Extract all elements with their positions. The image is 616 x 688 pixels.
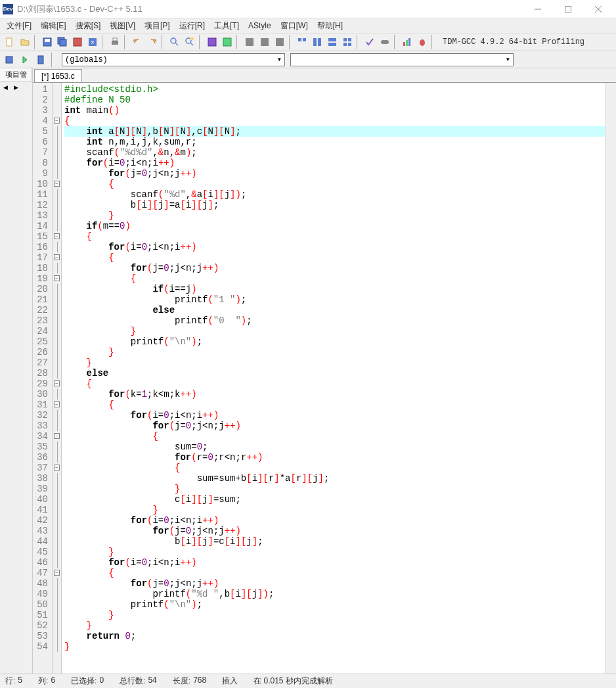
code-line[interactable]: for(i=0;i<n;i++) — [64, 410, 605, 421]
menu-item[interactable]: 帮助[H] — [313, 19, 347, 33]
code-line[interactable]: else — [64, 368, 605, 378]
grid2-icon[interactable] — [310, 35, 324, 49]
file-tab[interactable]: [*] 1653.c — [34, 69, 82, 82]
code-line[interactable]: { — [64, 378, 605, 389]
code-line[interactable]: printf("1 "); — [64, 294, 605, 305]
undo-icon[interactable] — [130, 35, 144, 49]
fold-column[interactable]: −−−−−−−−−− — [53, 83, 62, 674]
close-file-icon[interactable]: × — [85, 35, 100, 49]
code-editor[interactable]: 1234567891011121314151617181920212223242… — [33, 83, 616, 674]
save-as-icon[interactable] — [70, 35, 85, 49]
code-line[interactable]: { — [64, 568, 605, 578]
menu-item[interactable]: 视图[V] — [106, 19, 139, 33]
save-icon[interactable] — [40, 35, 55, 49]
menu-item[interactable]: 工具[T] — [210, 19, 243, 33]
code-line[interactable]: for(j=0;j<n;j++) — [64, 526, 605, 536]
fold-toggle-icon[interactable]: − — [54, 401, 60, 407]
check-icon[interactable] — [363, 35, 377, 49]
code-line[interactable]: for(i=0;i<n;i++) — [64, 158, 605, 168]
redo-icon[interactable] — [145, 35, 160, 49]
code-line[interactable]: { — [64, 231, 605, 242]
symbols-combo[interactable]: ▾ — [290, 53, 514, 66]
forward-icon[interactable] — [18, 53, 33, 67]
code-line[interactable]: printf("\n"); — [64, 336, 605, 347]
code-line[interactable]: } — [64, 347, 605, 357]
compile-run-icon[interactable] — [242, 35, 257, 49]
code-line[interactable]: printf("%d ",b[i][j]); — [64, 589, 605, 599]
code-line[interactable]: { — [64, 463, 605, 473]
open-file-icon[interactable] — [18, 35, 32, 49]
code-line[interactable]: int n,m,i,j,k,sum,r; — [64, 137, 605, 147]
minimize-button[interactable] — [523, 0, 553, 18]
code-line[interactable]: b[i][j]=a[i][j]; — [64, 200, 605, 210]
replace-icon[interactable] — [183, 35, 197, 49]
grid4-icon[interactable] — [340, 35, 355, 49]
code-line[interactable]: scanf("%d",&a[i][j]); — [64, 189, 605, 200]
code-line[interactable]: } — [64, 620, 605, 631]
bookmark-icon[interactable] — [34, 53, 49, 67]
toggle-icon[interactable] — [378, 35, 392, 49]
back-icon[interactable] — [3, 53, 17, 67]
code-line[interactable]: for(i=0;i<n;i++) — [64, 515, 605, 526]
chart-icon[interactable] — [400, 35, 414, 49]
menu-item[interactable]: 文件[F] — [3, 19, 35, 33]
code-line[interactable]: if(m==0) — [64, 221, 605, 231]
close-button[interactable] — [583, 0, 613, 18]
save-all-icon[interactable] — [55, 35, 70, 49]
code-line[interactable]: { — [64, 400, 605, 410]
vertical-scrollbar[interactable] — [605, 83, 616, 674]
code-line[interactable]: sum=0; — [64, 442, 605, 452]
grid1-icon[interactable] — [295, 35, 309, 49]
print-icon[interactable] — [108, 35, 122, 49]
code-line[interactable]: b[i][j]=c[i][j]; — [64, 536, 605, 547]
code-line[interactable]: for(j=0;j<n;j++) — [64, 263, 605, 273]
code-line[interactable]: for(j=0;j<n;j++) — [64, 168, 605, 179]
debug-icon[interactable] — [273, 35, 287, 49]
code-line[interactable]: for(i=0;i<n;i++) — [64, 242, 605, 252]
code-line[interactable]: for(j=0;j<n;j++) — [64, 578, 605, 589]
code-line[interactable]: } — [64, 326, 605, 336]
maximize-button[interactable] — [553, 0, 583, 18]
rebuild-icon[interactable] — [257, 35, 272, 49]
fold-toggle-icon[interactable]: − — [54, 233, 60, 239]
new-file-icon[interactable] — [3, 35, 17, 49]
fold-toggle-icon[interactable]: − — [54, 181, 60, 187]
fold-toggle-icon[interactable]: − — [54, 433, 60, 439]
fold-toggle-icon[interactable]: − — [54, 275, 60, 281]
code-line[interactable]: } — [64, 547, 605, 557]
code-line[interactable]: scanf("%d%d",&n,&m); — [64, 147, 605, 158]
fold-toggle-icon[interactable]: − — [54, 380, 60, 386]
code-line[interactable]: return 0; — [64, 631, 605, 641]
code-line[interactable]: else — [64, 305, 605, 315]
code-line[interactable]: } — [64, 484, 605, 494]
code-line[interactable]: { — [64, 252, 605, 263]
sidebar-nav-right-icon[interactable]: ▶ — [11, 81, 21, 93]
code-line[interactable]: } — [64, 610, 605, 620]
code-line[interactable]: printf("0 "); — [64, 315, 605, 326]
grid3-icon[interactable] — [325, 35, 340, 49]
code-line[interactable]: if(i==j) — [64, 284, 605, 294]
sidebar-tab-project[interactable]: 项目管 — [0, 68, 32, 81]
code-line[interactable]: { — [64, 116, 605, 126]
code-line[interactable]: #include<stdio.h> — [64, 84, 605, 95]
code-line[interactable]: } — [64, 210, 605, 221]
titlebar[interactable]: Dev D:\刘国泰\1653.c - Dev-C++ 5.11 — [0, 0, 616, 18]
code-line[interactable]: } — [64, 641, 605, 652]
code-line[interactable]: } — [64, 505, 605, 515]
code-line[interactable]: c[i][j]=sum; — [64, 494, 605, 505]
compile-icon[interactable] — [205, 35, 219, 49]
fold-toggle-icon[interactable]: − — [54, 465, 60, 470]
code-lines[interactable]: #include<stdio.h>#define N 50int main(){… — [62, 83, 605, 674]
menu-item[interactable]: 编辑[E] — [37, 19, 70, 33]
code-line[interactable]: for(i=0;i<n;i++) — [64, 557, 605, 568]
code-line[interactable]: printf("\n"); — [64, 599, 605, 610]
fold-toggle-icon[interactable]: − — [54, 570, 60, 576]
code-line[interactable]: sum=sum+b[i][r]*a[r][j]; — [64, 473, 605, 484]
globals-combo[interactable]: (globals) ▾ — [62, 53, 285, 66]
menu-item[interactable]: 项目[P] — [141, 19, 174, 33]
code-line[interactable]: for(j=0;j<n;j++) — [64, 421, 605, 431]
run-icon[interactable] — [220, 35, 234, 49]
code-line[interactable]: } — [64, 357, 605, 368]
code-line[interactable]: #define N 50 — [64, 95, 605, 105]
menu-item[interactable]: 运行[R] — [175, 19, 209, 33]
